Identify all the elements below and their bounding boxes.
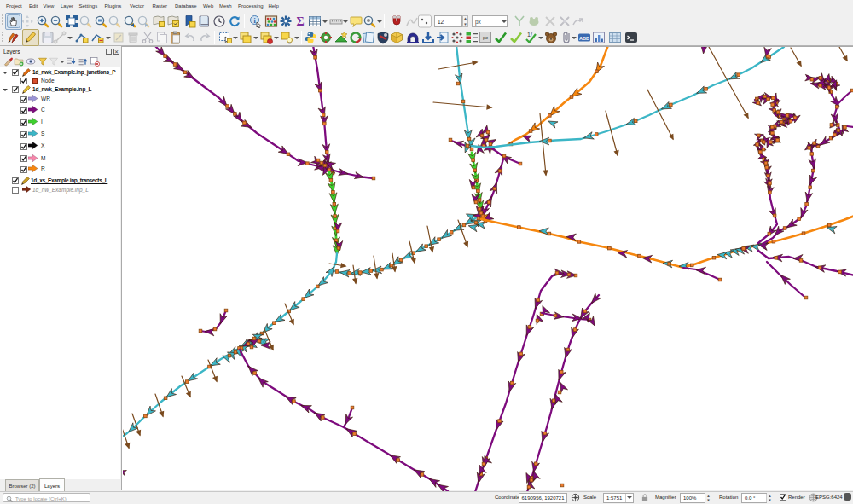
svg-text:1/: 1/ <box>527 32 532 38</box>
svg-text:ABB: ABB <box>579 36 589 41</box>
svg-text:Σ: Σ <box>296 15 304 28</box>
